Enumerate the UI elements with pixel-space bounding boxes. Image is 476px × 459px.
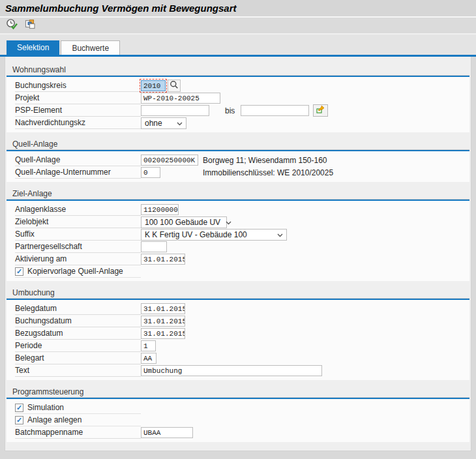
form-row-buchungskreis: Buchungskreis 2010 [15,80,469,92]
execute-button[interactable] [5,19,18,32]
selection-screen: Wohnungswahl Buchungskreis 2010 Projekt … [5,57,471,451]
form-row-belegdatum: Belegdatum 31.01.2015 [15,303,469,315]
belegdatum-label: Belegdatum [15,303,141,315]
nachverdichtungskz-value: ohne [145,119,162,128]
form-row-unternummer: Quell-Anlage-Unternummer 0 Immobiliensch… [15,166,469,179]
form-row-belegart: Belegart AA [15,352,469,364]
kopiervorlage-checkbox-group: ✓ Kopiervorlage Quell-Anlage [15,265,141,278]
immobilienschluessel-description: Immobilienschlüssel: WE 2010/20025 [203,168,333,177]
tab-buchwerte[interactable]: Buchwerte [61,40,120,55]
value-help-button[interactable] [168,80,181,92]
bottom-margin [0,451,476,458]
section-body-ziel-anlage: Anlagenklasse 11200000 Zielobjekt 100 10… [7,201,469,281]
search-icon [170,80,179,92]
simulation-label[interactable]: Simulation [27,403,64,412]
section-title-programmsteuerung: Programmsteuerung [7,387,469,398]
section-title-ziel-anlage: Ziel-Anlage [7,188,469,200]
section-programmsteuerung: Programmsteuerung ✓ Simulation ✓ Anlage … [7,387,469,442]
form-row-batchmappenname: Batchmappenname UBAA [15,426,469,439]
section-title-quell-anlage: Quell-Anlage [7,139,469,150]
tab-strip: Selektion Buchwerte [0,35,476,55]
psp-element-label: PSP-Element [15,104,141,117]
window-title-bar: Sammelumbuchung Vermögen mit Bewegungsar… [0,0,476,18]
section-body-quell-anlage: Quell-Anlage 00200250000K Borgweg 11; Wi… [7,151,469,182]
quell-anlage-label: Quell-Anlage [15,154,141,166]
suffix-value: K K Fertig UV - Gebäude 100 [145,230,247,239]
form-row-nachverdichtungskz: Nachverdichtungskz ohne [15,117,469,129]
anlagenklasse-input[interactable]: 11200000 [141,204,179,215]
form-row-simulation: ✓ Simulation [15,402,469,414]
unternummer-input[interactable]: 0 [141,167,160,178]
batchmappenname-input[interactable]: UBAA [141,427,193,438]
form-row-anlage-anlegen: ✓ Anlage anlegen [15,414,469,426]
nachverdichtungskz-dropdown[interactable]: ohne [141,117,186,129]
anlage-anlegen-checkbox-group: ✓ Anlage anlegen [15,414,141,426]
form-row-partnergesellschaft: Partnergesellschaft [15,241,469,253]
kopiervorlage-checkbox[interactable]: ✓ [15,267,23,276]
kopiervorlage-label[interactable]: Kopiervorlage Quell-Anlage [27,267,123,276]
buchungskreis-label: Buchungskreis [15,80,141,92]
nachverdichtungskz-label: Nachverdichtungskz [15,117,141,129]
get-variant-icon [24,18,36,33]
form-row-kopiervorlage: ✓ Kopiervorlage Quell-Anlage [15,265,469,278]
buchungsdatum-input[interactable]: 31.01.2015 [141,316,185,327]
quell-anlage-input[interactable]: 00200250000K [141,155,198,166]
section-title-umbuchung: Umbuchung [7,288,469,299]
chevron-down-icon [177,119,183,128]
form-row-projekt: Projekt WP-2010-20025 [15,92,469,104]
partnergesellschaft-input[interactable] [141,241,167,252]
belegart-input[interactable]: AA [141,353,156,364]
buchungskreis-input[interactable]: 2010 [141,80,166,91]
application-toolbar [0,18,476,35]
text-label: Text [15,364,141,377]
checkmark-icon: ✓ [16,404,22,411]
form-row-anlagenklasse: Anlagenklasse 11200000 [15,203,469,216]
chevron-down-icon [226,218,231,227]
form-row-bezugsdatum: Bezugsdatum 31.01.2015 [15,327,469,340]
partnergesellschaft-label: Partnergesellschaft [15,241,141,253]
zielobjekt-label: Zielobjekt [15,216,141,228]
form-row-suffix: Suffix K K Fertig UV - Gebäude 100 [15,228,469,241]
section-title-wohnungswahl: Wohnungswahl [7,65,469,76]
anlage-anlegen-label[interactable]: Anlage anlegen [27,415,82,424]
form-row-buchungsdatum: Buchungsdatum 31.01.2015 [15,315,469,327]
bezugsdatum-input[interactable]: 31.01.2015 [141,328,185,339]
zielobjekt-value: 100 100 Gebäude UV [145,218,220,227]
belegdatum-input[interactable]: 31.01.2015 [141,303,185,314]
text-input[interactable]: Umbuchung [141,365,322,376]
aktivierung-am-input[interactable]: 31.01.2015 [141,254,185,265]
belegart-label: Belegart [15,352,141,364]
checkmark-icon: ✓ [16,416,22,424]
multiple-selection-button[interactable] [313,104,328,117]
section-ziel-anlage: Ziel-Anlage Anlagenklasse 11200000 Zielo… [7,188,469,281]
anlagenklasse-label: Anlagenklasse [15,203,141,216]
bezugsdatum-label: Bezugsdatum [15,327,141,340]
suffix-label: Suffix [15,228,141,241]
psp-element-from-input[interactable] [141,105,209,116]
simulation-checkbox[interactable]: ✓ [15,404,23,412]
form-row-quell-anlage: Quell-Anlage 00200250000K Borgweg 11; Wi… [15,154,469,166]
psp-element-to-input[interactable] [241,105,309,116]
quell-anlage-description: Borgweg 11; Wiesendamm 150-160 [203,156,327,165]
chevron-down-icon [277,230,283,239]
batchmappenname-label: Batchmappenname [15,426,141,439]
tab-selektion[interactable]: Selektion [7,40,59,55]
form-row-periode: Periode 1 [15,340,469,352]
section-body-programmsteuerung: ✓ Simulation ✓ Anlage anlegen Batchmappe… [7,399,469,442]
section-umbuchung: Umbuchung Belegdatum 31.01.2015 Buchungs… [7,288,469,380]
periode-label: Periode [15,340,141,352]
get-variant-button[interactable] [23,19,37,32]
projekt-input[interactable]: WP-2010-20025 [141,93,220,104]
page-title: Sammelumbuchung Vermögen mit Bewegungsar… [5,3,237,14]
checkmark-icon: ✓ [16,267,22,275]
suffix-dropdown[interactable]: K K Fertig UV - Gebäude 100 [141,229,287,241]
form-row-zielobjekt: Zielobjekt 100 100 Gebäude UV [15,216,469,228]
buchungsdatum-label: Buchungsdatum [15,315,141,327]
form-row-text: Text Umbuchung [15,364,469,377]
anlage-anlegen-checkbox[interactable]: ✓ [15,416,23,424]
zielobjekt-dropdown[interactable]: 100 100 Gebäude UV [141,216,227,228]
simulation-checkbox-group: ✓ Simulation [15,402,141,414]
section-quell-anlage: Quell-Anlage Quell-Anlage 00200250000K B… [7,139,469,182]
periode-input[interactable]: 1 [141,340,156,351]
form-row-psp-element: PSP-Element bis [15,104,469,117]
